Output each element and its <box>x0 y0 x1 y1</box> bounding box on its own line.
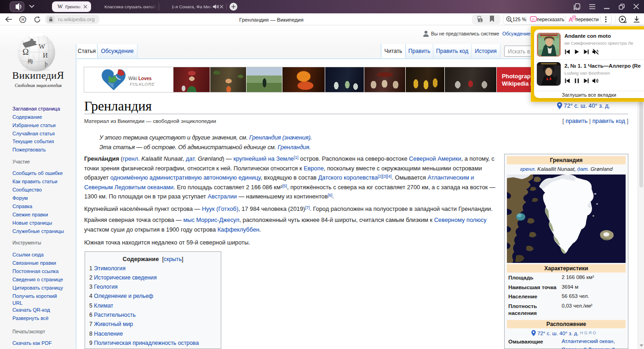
svg-text:Я: Я <box>21 17 24 22</box>
svg-text:‹‹: ‹‹ <box>532 17 535 21</box>
svg-text:1: 1 <box>479 18 481 23</box>
